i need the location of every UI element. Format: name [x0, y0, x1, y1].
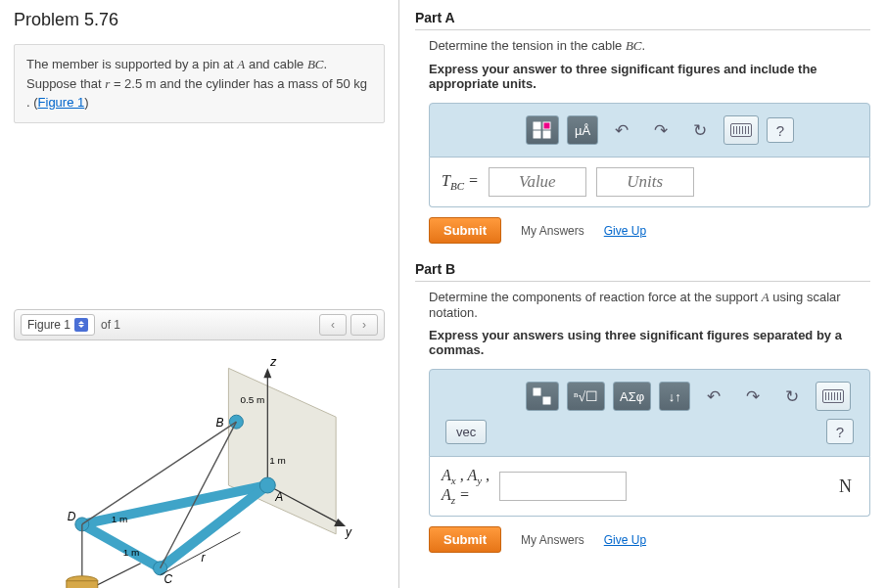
- stepper-icon: [74, 318, 88, 332]
- part-b-instr: Express your answers using three signifi…: [429, 328, 870, 357]
- svg-text:B: B: [215, 416, 223, 430]
- part-a-prompt: Determine the tension in the cable BC.: [429, 38, 870, 54]
- stmt-BC: BC: [307, 57, 324, 71]
- axyz-label: Ax , Ay , Az =: [442, 467, 490, 506]
- templates-icon: [533, 387, 552, 405]
- svg-text:z: z: [269, 355, 277, 369]
- figure-link[interactable]: Figure 1: [38, 95, 85, 110]
- svg-text:0.5 m: 0.5 m: [240, 394, 264, 405]
- svg-rect-37: [534, 388, 540, 395]
- reset-button[interactable]: ↻: [776, 382, 808, 411]
- prompt-text: Determine the tension in the cable: [429, 38, 626, 53]
- redo-button[interactable]: ↷: [737, 382, 769, 411]
- give-up-link[interactable]: Give Up: [604, 533, 646, 547]
- problem-statement: The member is supported by a pin at A an…: [14, 44, 385, 123]
- unit-label: N: [839, 476, 858, 497]
- left-pane: Problem 5.76 The member is supported by …: [0, 0, 399, 588]
- root-icon: ⁿ√☐: [574, 388, 598, 405]
- reset-button[interactable]: ↻: [684, 115, 716, 145]
- prompt-text: .: [642, 38, 646, 53]
- root-button[interactable]: ⁿ√☐: [567, 382, 605, 411]
- sort-button[interactable]: ↓↑: [659, 382, 690, 411]
- right-pane: Part A Determine the tension in the cabl…: [399, 0, 886, 588]
- keyboard-button[interactable]: [816, 382, 851, 411]
- part-a-eqrow: TBC =: [429, 158, 870, 207]
- part-b-header: Part B: [415, 261, 870, 282]
- svg-rect-35: [534, 131, 540, 138]
- figure-selector[interactable]: Figure 1: [21, 314, 95, 336]
- svg-text:y: y: [345, 524, 352, 538]
- my-answers-label: My Answers: [521, 533, 584, 547]
- svg-point-10: [259, 477, 275, 493]
- part-a-toolbox: µÅ ↶ ↷ ↻ ?: [429, 103, 870, 158]
- figure-toolbar: Figure 1 of 1 ‹ ›: [14, 309, 385, 340]
- part-a-instr: Express your answer to three significant…: [429, 62, 870, 91]
- svg-marker-2: [263, 368, 271, 378]
- undo-button[interactable]: ↶: [698, 382, 729, 411]
- help-button[interactable]: ?: [826, 419, 854, 444]
- svg-text:D: D: [68, 509, 76, 522]
- svg-marker-0: [228, 368, 336, 534]
- prompt-A: A: [762, 290, 769, 304]
- templates-icon: [533, 121, 552, 139]
- my-answers-label: My Answers: [521, 224, 584, 238]
- stmt-text: The member is supported by a pin at: [26, 57, 237, 71]
- svg-text:1 m: 1 m: [112, 513, 128, 523]
- stmt-text: and cable: [245, 57, 307, 71]
- value-input[interactable]: [489, 167, 586, 197]
- part-a-submit-button[interactable]: Submit: [429, 217, 501, 244]
- svg-line-9: [82, 523, 161, 567]
- greek-button[interactable]: ΑΣφ: [613, 382, 651, 411]
- part-b-prompt: Determine the components of reaction for…: [429, 290, 870, 320]
- units-button[interactable]: µÅ: [567, 115, 598, 145]
- part-b-answer: ⁿ√☐ ΑΣφ ↓↑ ↶ ↷ ↻ vec ? Ax , Ay , Az =: [429, 369, 870, 517]
- figure-label: Figure 1: [27, 318, 70, 332]
- part-a-answer: µÅ ↶ ↷ ↻ ? TBC =: [429, 103, 870, 207]
- templates-button[interactable]: [526, 382, 559, 411]
- svg-rect-38: [543, 397, 550, 404]
- give-up-link[interactable]: Give Up: [604, 224, 646, 238]
- keyboard-icon: [822, 389, 844, 403]
- svg-rect-34: [543, 122, 550, 129]
- keyboard-icon: [730, 123, 752, 137]
- svg-text:C: C: [164, 571, 173, 585]
- keyboard-button[interactable]: [723, 115, 759, 145]
- help-button[interactable]: ?: [767, 117, 794, 143]
- svg-text:1 m: 1 m: [123, 546, 140, 557]
- svg-text:1 m: 1 m: [269, 455, 286, 466]
- part-a-header: Part A: [415, 10, 870, 30]
- prompt-BC: BC: [626, 38, 642, 53]
- components-input[interactable]: [499, 472, 627, 501]
- svg-rect-18: [67, 580, 98, 588]
- vec-button[interactable]: vec: [445, 420, 487, 444]
- tbc-label: TBC =: [442, 172, 479, 192]
- units-input[interactable]: [596, 167, 694, 197]
- undo-button[interactable]: ↶: [606, 115, 637, 145]
- svg-text:r: r: [201, 550, 206, 564]
- part-b-eqrow: Ax , Ay , Az = N: [429, 457, 870, 517]
- figure-of-label: of 1: [101, 318, 120, 332]
- figure-diagram: z y x A B C D r 0.5 m 1 m 1 m 1 m: [14, 348, 385, 589]
- problem-title: Problem 5.76: [14, 10, 385, 30]
- figure-next-button[interactable]: ›: [350, 314, 378, 336]
- part-b-submit-button[interactable]: Submit: [429, 526, 501, 553]
- svg-text:A: A: [274, 489, 283, 503]
- figure-prev-button[interactable]: ‹: [319, 314, 347, 336]
- templates-button[interactable]: [526, 115, 559, 145]
- redo-button[interactable]: ↷: [645, 115, 676, 145]
- part-b-toolbox: ⁿ√☐ ΑΣφ ↓↑ ↶ ↷ ↻ vec ?: [429, 369, 870, 457]
- svg-rect-36: [543, 131, 550, 138]
- stmt-text: ): [84, 95, 88, 110]
- prompt-text: Determine the components of reaction for…: [429, 290, 762, 304]
- svg-rect-33: [534, 122, 540, 129]
